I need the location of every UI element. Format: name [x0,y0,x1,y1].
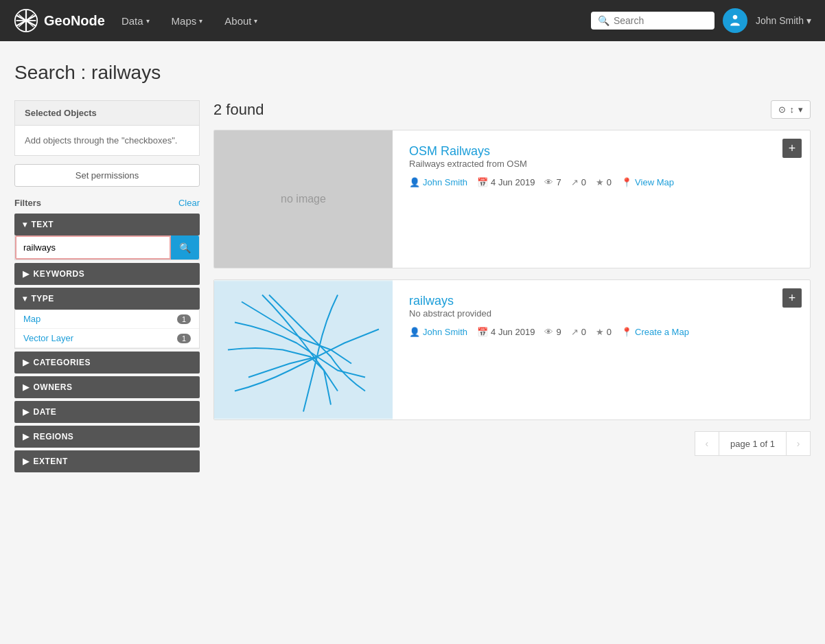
result-title-osm-railways[interactable]: OSM Railways [409,144,490,158]
filter-type-content: Map 1 Vector Layer 1 [14,310,200,349]
calendar-icon: 📅 [477,177,488,187]
person-icon: 👤 [409,177,420,187]
result-views-railways: 9 [556,327,561,337]
filter-type-vectorlayer-link[interactable]: Vector Layer [23,333,73,343]
filter-regions-section: ▶ REGIONS [14,426,200,448]
user-name-label: John Smith [756,15,804,26]
result-meta-railways: 👤 John Smith 📅 4 Jun 2019 👁 9 ↗ [409,327,793,337]
selected-objects-body: Add objects through the "checkboxes". [15,126,199,155]
meta-shares-osm: ↗ 0 [571,177,586,187]
result-info-railways: railways No abstract provided 👤 John Smi… [393,280,810,419]
result-card-railways: railways No abstract provided 👤 John Smi… [213,279,811,420]
filter-regions-header[interactable]: ▶ REGIONS [14,426,200,448]
filter-text-section: ▾ TEXT 🔍 [14,214,200,260]
svg-rect-8 [214,281,393,419]
pagination-prev-button[interactable]: ‹ [695,431,719,456]
brand-logo[interactable]: GeoNode [14,8,105,33]
navbar-search-box[interactable]: 🔍 [591,12,714,30]
pagination: ‹ page 1 of 1 › [213,431,811,456]
filter-text-label: TEXT [32,220,54,229]
filter-keywords-label: KEYWORDS [34,269,85,279]
filter-type-header[interactable]: ▾ TYPE [14,288,200,310]
user-menu-chevron-icon: ▾ [806,15,811,26]
star-icon: ★ [596,177,604,187]
filter-categories-header[interactable]: ▶ CATEGORIES [14,352,200,373]
no-image-label: no image [281,193,326,205]
filter-categories-section: ▶ CATEGORIES [14,352,200,373]
navbar-search-input[interactable] [614,15,708,26]
filter-owners-header[interactable]: ▶ OWNERS [14,376,200,398]
star-icon-r: ★ [596,327,604,337]
filters-header: Filters Clear [14,198,200,208]
page-title: Search : railways [14,62,811,84]
meta-author-railways: 👤 John Smith [409,327,467,337]
filter-date-header[interactable]: ▶ DATE [14,401,200,423]
filter-text-header[interactable]: ▾ TEXT [14,214,200,235]
result-stars-osm: 0 [607,177,612,187]
selected-objects-header: Selected Objects [15,101,199,126]
add-button-osm[interactable]: + [782,139,802,158]
navbar-right: 🔍 John Smith ▾ [591,8,811,33]
filter-text-expand-icon: ▾ [23,220,27,229]
filter-extent-header[interactable]: ▶ EXTENT [14,450,200,472]
text-search-button[interactable]: 🔍 [171,235,199,260]
result-title-railways[interactable]: railways [409,294,454,308]
share-icon: ↗ [571,177,579,187]
results-area: 2 found ⊙ ↕ ▾ no image OSM Railways Rail… [213,100,811,456]
pagination-page-info: page 1 of 1 [719,431,786,456]
text-search-input[interactable] [15,235,171,260]
result-author-osm[interactable]: John Smith [423,177,467,187]
filter-extent-section: ▶ EXTENT [14,450,200,472]
pagination-next-button[interactable]: › [786,431,811,456]
result-date-railways: 4 Jun 2019 [491,327,535,337]
filter-owners-expand-icon: ▶ [23,382,30,392]
filter-keywords-section: ▶ KEYWORDS [14,263,200,285]
results-count: 2 found [213,101,264,119]
sort-icon: ⊙ [778,104,786,115]
filter-keywords-header[interactable]: ▶ KEYWORDS [14,263,200,285]
result-action-link-osm[interactable]: View Map [635,177,674,187]
result-author-railways[interactable]: John Smith [423,327,467,337]
filter-type-section: ▾ TYPE Map 1 Vector Layer 1 [14,288,200,349]
result-action-link-railways[interactable]: Create a Map [635,327,689,337]
filter-categories-label: CATEGORIES [34,358,91,367]
sort-chevron-icon: ▾ [798,104,803,115]
meta-action-railways: 📍 Create a Map [621,327,689,337]
navbar: GeoNode Data ▾ Maps ▾ About ▾ 🔍 John Smi… [0,0,825,41]
add-button-railways[interactable]: + [782,288,802,308]
user-avatar[interactable] [723,8,747,33]
filter-keywords-expand-icon: ▶ [23,269,30,279]
clear-filters-link[interactable]: Clear [178,198,200,208]
filter-type-map-count: 1 [177,314,191,324]
result-info-osm-railways: OSM Railways Railways extracted from OSM… [393,130,810,268]
person-icon-r: 👤 [409,327,420,337]
results-top: 2 found ⊙ ↕ ▾ [213,100,811,119]
nav-items: Data ▾ Maps ▾ About ▾ [112,10,591,32]
nav-item-about[interactable]: About ▾ [215,10,267,32]
meta-action-osm: 📍 View Map [621,177,674,187]
user-menu[interactable]: John Smith ▾ [756,15,811,26]
brand-name: GeoNode [44,13,105,29]
map-pin-icon: 📍 [621,177,632,187]
set-permissions-button[interactable]: Set permissions [14,164,200,187]
filter-type-vectorlayer-item: Vector Layer 1 [15,329,199,348]
result-card-osm-railways: no image OSM Railways Railways extracted… [213,130,811,268]
nav-item-data[interactable]: Data ▾ [112,10,159,32]
nav-item-maps[interactable]: Maps ▾ [162,10,213,32]
meta-stars-osm: ★ 0 [596,177,612,187]
eye-icon: 👁 [544,177,553,187]
meta-views-osm: 👁 7 [544,177,561,187]
filter-type-expand-icon: ▾ [23,294,27,303]
meta-date-railways: 📅 4 Jun 2019 [477,327,535,337]
result-abstract-osm-railways: Railways extracted from OSM [409,159,793,169]
meta-shares-railways: ↗ 0 [571,327,586,337]
result-thumb-railways [214,280,393,419]
meta-stars-railways: ★ 0 [596,327,612,337]
content-layout: Selected Objects Add objects through the… [14,100,811,475]
sort-control[interactable]: ⊙ ↕ ▾ [771,100,811,119]
filter-type-map-link[interactable]: Map [23,314,40,324]
main-content: Search : railways Selected Objects Add o… [1,41,824,496]
chevron-left-icon: ‹ [706,438,709,449]
filters-label: Filters [14,198,41,208]
filter-extent-label: EXTENT [34,457,68,466]
